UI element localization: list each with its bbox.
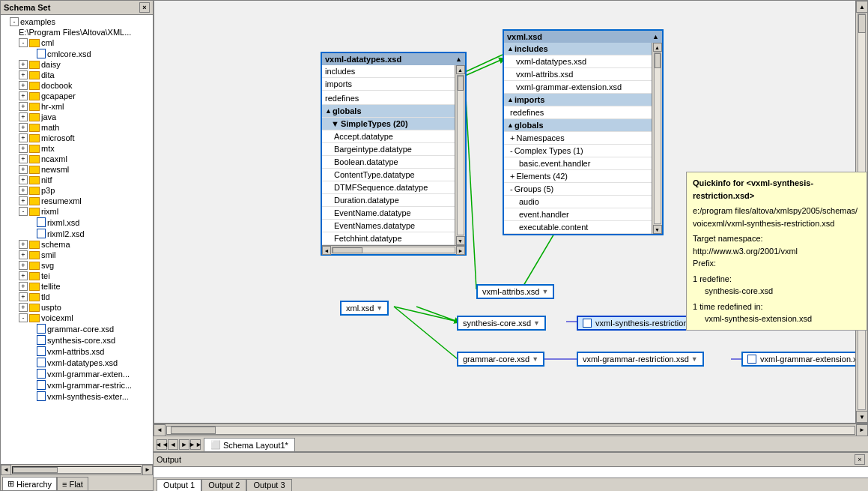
output-tab-3[interactable]: Output 3: [246, 479, 291, 491]
tree-item-dita[interactable]: + dita: [1, 70, 153, 80]
vxml-imports-header[interactable]: ▲ imports: [504, 94, 652, 106]
tree-item-grammar-core[interactable]: grammar-core.xsd: [1, 323, 153, 334]
hscroll-left[interactable]: ◄: [154, 424, 166, 436]
expander-resumexml[interactable]: +: [19, 196, 28, 205]
vxml-groups-row[interactable]: -Groups (5): [504, 183, 652, 196]
tree-item-nitf[interactable]: + nitf: [1, 175, 153, 185]
expander-examples[interactable]: -: [10, 17, 19, 26]
expander-java[interactable]: +: [19, 112, 28, 121]
vdt-globals-header[interactable]: ▲ globals: [322, 105, 455, 118]
expander-dita[interactable]: +: [19, 70, 28, 79]
tree-item-rixml2-xsd[interactable]: rixml2.xsd: [1, 228, 153, 239]
expander-mtx[interactable]: +: [19, 144, 28, 153]
vxml-vscroll-up[interactable]: ▲: [653, 43, 662, 52]
vdt-hscroll-left[interactable]: ◄: [322, 246, 331, 255]
vdt-accept[interactable]: Accept.datatype: [322, 130, 455, 143]
vxml-includes-header[interactable]: ▲ includes: [504, 43, 652, 55]
expander-voicexml[interactable]: -: [19, 313, 28, 322]
expander-daisy[interactable]: +: [19, 60, 28, 69]
expander-tei[interactable]: +: [19, 271, 28, 280]
expander-uspto[interactable]: +: [19, 303, 28, 312]
diag-vscroll-thumb[interactable]: [858, 14, 866, 33]
tree-item-tei[interactable]: + tei: [1, 271, 153, 281]
expander-cml[interactable]: -: [19, 38, 28, 47]
hscroll-right-btn[interactable]: ►: [142, 465, 153, 475]
tree-item-examples[interactable]: - examples: [1, 16, 153, 27]
vdt-bargein[interactable]: Bargeintype.datatype: [322, 143, 455, 156]
tree-item-newsml[interactable]: + newsml: [1, 164, 153, 175]
vdt-imports-row[interactable]: imports: [322, 78, 455, 91]
vdt-hscroll-thumb[interactable]: [333, 247, 362, 253]
tree-item-docbook[interactable]: + docbook: [1, 80, 153, 91]
tree-item-rixml-xsd[interactable]: rixml.xsd: [1, 217, 153, 228]
expander-svg[interactable]: +: [19, 261, 28, 270]
grammar-core-node[interactable]: grammar-core.xsd ▼: [457, 352, 544, 367]
tree-item-java[interactable]: + java: [1, 112, 153, 122]
vdt-fetchhint[interactable]: Fetchhint.datatype: [322, 232, 455, 245]
vxml-basic-event[interactable]: basic.event.handler: [504, 157, 652, 170]
schema-layout-tab[interactable]: ⬜ Schema Layout1*: [204, 438, 295, 451]
vdt-scroll-thumb[interactable]: [458, 76, 464, 91]
vdt-scroll-down[interactable]: ▼: [456, 236, 465, 245]
hscroll-left-btn[interactable]: ◄: [1, 465, 11, 475]
tab-nav-next[interactable]: ►: [179, 439, 189, 450]
tab-nav-first[interactable]: ◄◄: [157, 439, 167, 450]
tree-item-cml[interactable]: - cml: [1, 37, 153, 48]
vxml-attribs-node[interactable]: vxml-attribs.xsd ▼: [476, 284, 554, 299]
tree-item-rixml[interactable]: - rixml: [1, 206, 153, 217]
vxml-scroll-up[interactable]: ▲: [652, 33, 659, 40]
tree-item-resumexml[interactable]: + resumexml: [1, 196, 153, 206]
expander-math[interactable]: +: [19, 123, 28, 132]
hierarchy-tab[interactable]: ⊞ Hierarchy: [2, 477, 57, 490]
tree-item-tld[interactable]: + tld: [1, 292, 153, 302]
tree-item-p3p[interactable]: + p3p: [1, 185, 153, 196]
tree-item-gcapaper[interactable]: + gcapaper: [1, 91, 153, 101]
vdt-dtmf[interactable]: DTMFSequence.datatype: [322, 181, 455, 194]
vxml-complex-types-row[interactable]: -Complex Types (1): [504, 145, 652, 157]
expander-ncaxml[interactable]: +: [19, 154, 28, 163]
diag-vscroll-up[interactable]: ▲: [856, 1, 868, 13]
expander-nitf[interactable]: +: [19, 175, 28, 184]
vdt-eventnames[interactable]: EventNames.datatype: [322, 220, 455, 232]
tree-item-vxml-synthesis-exter[interactable]: vxml-synthesis-exter...: [1, 391, 153, 402]
vxml-executable[interactable]: executable.content: [504, 221, 652, 234]
vdt-content[interactable]: ContentType.datatype: [322, 169, 455, 181]
vxml-grammar-ext-item[interactable]: vxml-grammar-extension.xsd: [504, 81, 652, 94]
tree-item-cmlcore[interactable]: cmlcore.xsd: [1, 48, 153, 59]
expander-tellite[interactable]: +: [19, 282, 28, 291]
tree-item-daisy[interactable]: + daisy: [1, 59, 153, 70]
expander-rixml[interactable]: -: [19, 207, 28, 216]
tree-item-vxml-attribs[interactable]: vxml-attribs.xsd: [1, 346, 153, 357]
diag-vscroll-down[interactable]: ▼: [856, 411, 868, 423]
tab-nav-last[interactable]: ►►: [190, 439, 201, 450]
vxml-attribs-item[interactable]: vxml-attribs.xsd: [504, 68, 652, 81]
flat-tab[interactable]: ≡ Flat: [57, 477, 88, 490]
hscroll-right[interactable]: ►: [856, 424, 868, 436]
expander-p3p[interactable]: +: [19, 186, 28, 195]
tree-item-vxml-grammar-restric[interactable]: vxml-grammar-restric...: [1, 379, 153, 391]
synthesis-core-node[interactable]: synthesis-core.xsd ▼: [457, 316, 546, 331]
expander-tld[interactable]: +: [19, 292, 28, 301]
vdt-simpletypes-header[interactable]: ▼ SimpleTypes (20): [322, 118, 455, 130]
tree-item-hr-xml[interactable]: + hr-xml: [1, 101, 153, 112]
vxml-datatypes-scroll-up[interactable]: ▲: [455, 55, 462, 63]
tree-item-vxml-datatypes[interactable]: vxml-datatypes.xsd: [1, 357, 153, 368]
vxml-audio[interactable]: audio: [504, 196, 652, 208]
vxml-globals-header[interactable]: ▲ globals: [504, 119, 652, 132]
expander-smil[interactable]: +: [19, 250, 28, 259]
vxml-event-handler[interactable]: event.handler: [504, 208, 652, 221]
xml-node[interactable]: xml.xsd ▼: [340, 301, 389, 316]
tree-item-synthesis-core[interactable]: synthesis-core.xsd: [1, 334, 153, 346]
tree-item-mtx[interactable]: + mtx: [1, 143, 153, 154]
expander-gcapaper[interactable]: +: [19, 91, 28, 100]
expander-newsml[interactable]: +: [19, 165, 28, 174]
vxml-vscroll-down[interactable]: ▼: [653, 225, 662, 234]
vdt-eventname[interactable]: EventName.datatype: [322, 207, 455, 220]
vxml-grammar-restriction-node[interactable]: vxml-grammar-restriction.xsd ▼: [577, 352, 704, 367]
vdt-hscroll-right[interactable]: ►: [456, 246, 465, 255]
tree-item-uspto[interactable]: + uspto: [1, 302, 153, 313]
tree-item-ncaxml[interactable]: + ncaxml: [1, 154, 153, 164]
vxml-redefines-row[interactable]: redefines: [504, 106, 652, 119]
hscroll-thumb[interactable]: [13, 467, 58, 473]
hscroll-thumb[interactable]: [171, 427, 216, 434]
